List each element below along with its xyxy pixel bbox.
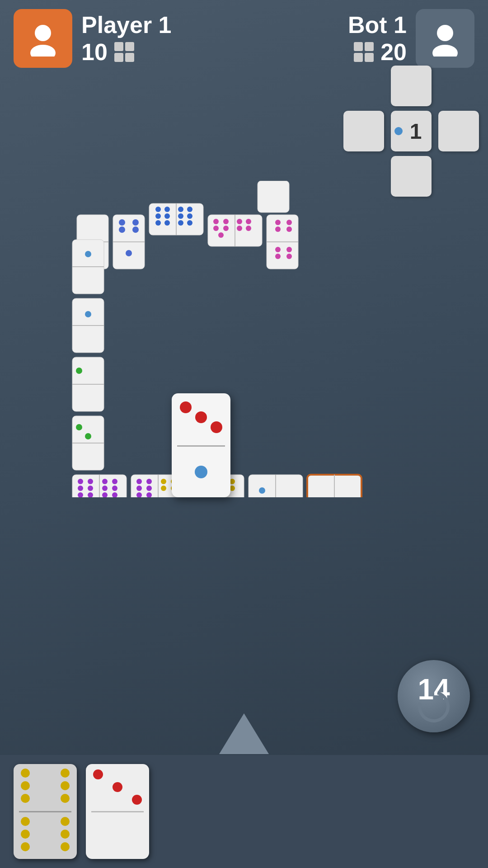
ydot-12	[61, 842, 70, 851]
svg-point-81	[146, 486, 152, 491]
tile-sq-1	[114, 42, 123, 51]
svg-point-21	[178, 207, 183, 212]
tile-sq-3	[114, 53, 123, 62]
hand-tile-2-bottom	[86, 812, 149, 859]
svg-point-10	[132, 219, 139, 226]
ydot-7	[21, 817, 30, 826]
svg-point-3	[432, 45, 458, 57]
bot-tile-center: 1	[391, 111, 432, 151]
svg-point-84	[161, 479, 166, 484]
svg-point-31	[213, 226, 219, 231]
ydot-6	[61, 794, 70, 803]
ydot-5	[21, 794, 30, 803]
player-hand-area	[0, 755, 488, 868]
draw-pile-button[interactable]: 14	[398, 660, 470, 732]
svg-point-35	[246, 219, 251, 224]
rdot-3	[132, 795, 142, 805]
red-dot-3	[211, 421, 222, 433]
svg-point-67	[88, 486, 93, 491]
svg-point-8	[126, 250, 132, 256]
svg-point-70	[102, 479, 108, 484]
bot1-avatar	[416, 9, 474, 68]
svg-point-19	[155, 220, 161, 226]
svg-point-86	[161, 486, 166, 491]
bot-tile-sq-3	[354, 53, 363, 62]
bot-tile-right	[438, 111, 479, 151]
bot1-score: 20	[380, 38, 407, 66]
svg-point-22	[187, 207, 192, 212]
svg-point-1	[30, 45, 56, 57]
player1-tiles-icon	[114, 42, 134, 62]
player1-avatar	[14, 9, 72, 68]
player1-info: Player 1 10	[14, 9, 172, 68]
svg-point-25	[178, 220, 183, 226]
player1-name: Player 1	[81, 11, 172, 38]
svg-point-26	[187, 220, 192, 226]
svg-point-64	[78, 479, 83, 484]
up-arrow-icon	[219, 713, 269, 754]
game-board-svg	[0, 181, 488, 497]
ydot-9	[21, 830, 30, 839]
svg-point-80	[136, 486, 142, 491]
rdot-1	[93, 769, 103, 779]
bot1-avatar-icon	[427, 20, 463, 57]
svg-point-18	[164, 213, 170, 219]
bot-tile-sq-4	[365, 53, 374, 62]
svg-point-23	[178, 213, 183, 219]
hand-tile-1-top	[14, 764, 77, 811]
svg-point-37	[246, 226, 251, 231]
svg-point-57	[76, 368, 82, 374]
red-dot-2	[195, 411, 207, 423]
svg-point-17	[155, 213, 161, 219]
hand-tile-1[interactable]	[14, 764, 77, 859]
svg-point-61	[85, 433, 91, 439]
svg-point-44	[275, 247, 281, 252]
svg-point-12	[132, 226, 139, 233]
up-arrow	[219, 713, 269, 756]
svg-point-72	[102, 486, 108, 491]
svg-point-11	[119, 226, 125, 233]
svg-point-34	[237, 219, 242, 224]
player1-text: Player 1 10	[81, 11, 172, 66]
svg-point-42	[275, 226, 281, 232]
ydot-11	[21, 842, 30, 851]
ydot-1	[21, 769, 30, 778]
rdot-2	[113, 782, 122, 792]
bot-tile-left	[343, 111, 384, 151]
svg-point-36	[237, 226, 242, 231]
svg-point-51	[85, 251, 91, 257]
player-hand-tiles	[0, 755, 488, 868]
svg-point-0	[35, 25, 51, 41]
bot-tile-sq-2	[365, 42, 374, 51]
svg-point-60	[76, 424, 82, 430]
svg-point-47	[286, 254, 292, 259]
svg-point-46	[275, 254, 281, 259]
svg-point-30	[223, 219, 229, 224]
svg-point-79	[146, 479, 152, 484]
svg-point-65	[88, 479, 93, 484]
bot1-name: Bot 1	[348, 11, 407, 38]
player1-avatar-icon	[25, 20, 61, 57]
svg-point-66	[78, 486, 83, 491]
bot1-tiles-icon	[354, 42, 374, 62]
svg-point-24	[187, 213, 192, 219]
bot-tile-count: 1	[410, 119, 422, 144]
svg-point-78	[136, 479, 142, 484]
bot1-text: Bot 1 20	[348, 11, 407, 66]
svg-point-2	[437, 25, 453, 41]
floating-domino-top	[172, 393, 230, 445]
ydot-4	[61, 781, 70, 790]
svg-point-45	[286, 247, 292, 252]
svg-point-100	[259, 487, 265, 494]
tile-sq-2	[125, 42, 134, 51]
svg-point-32	[223, 226, 229, 231]
svg-point-29	[213, 219, 219, 224]
svg-point-9	[119, 219, 125, 226]
hand-tile-2[interactable]	[86, 764, 149, 859]
hand-tile-1-bottom	[14, 812, 77, 859]
bot1-info: Bot 1 20	[348, 9, 474, 68]
hand-tile-2-top	[86, 764, 149, 811]
bot-tile-dot	[394, 127, 403, 135]
floating-domino[interactable]	[172, 393, 230, 497]
svg-point-54	[85, 311, 91, 317]
